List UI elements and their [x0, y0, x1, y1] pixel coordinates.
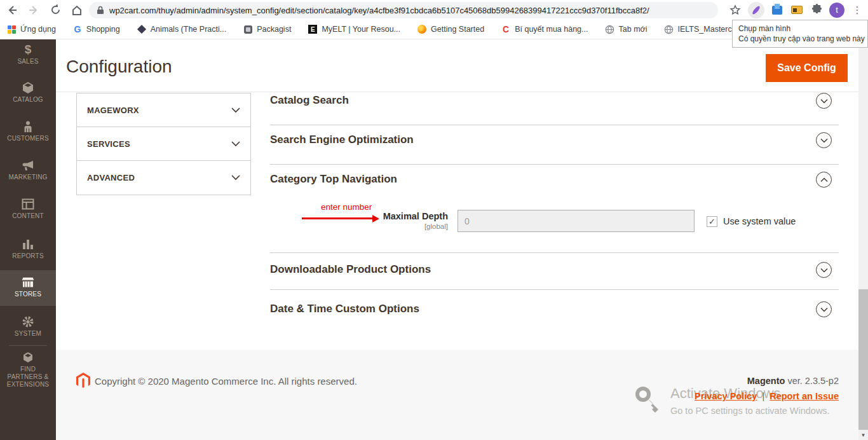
bookmark-animals[interactable]: Animals (The Practi... — [137, 24, 226, 34]
section-divider — [270, 164, 839, 165]
sidebar-item-stores[interactable]: STORES — [0, 270, 56, 306]
marketing-icon — [22, 159, 35, 172]
sidebar-item-customers[interactable]: CUSTOMERS — [0, 120, 56, 142]
diamond-icon — [137, 24, 147, 34]
bookmark-myelt[interactable]: E MyELT | Your Resou... — [308, 24, 400, 34]
section-catalog-search[interactable]: Catalog Search — [270, 94, 349, 107]
section-divider — [270, 125, 839, 125]
firefox-icon — [417, 24, 427, 34]
sidebar-item-system[interactable]: SYSTEM — [0, 315, 56, 338]
extensions-icon — [22, 351, 34, 364]
reload-icon[interactable] — [46, 2, 65, 18]
bookmark-biquyet[interactable]: C Bí quyết mua hàng... — [501, 24, 588, 34]
footer-links: Privacy Policy | Report an Issue — [695, 391, 839, 401]
catalog-icon — [22, 81, 34, 94]
chevron-down-icon[interactable] — [816, 262, 832, 278]
avatar[interactable]: t — [829, 3, 844, 18]
url-text[interactable]: wp2cart.com/thuy/admin/admin/system_conf… — [109, 6, 649, 15]
kebab-menu-icon[interactable]: ⋮ — [850, 3, 864, 17]
config-sections: Catalog Search Search Engine Optimizatio… — [270, 93, 839, 350]
tooltip-line1: Chụp màn hình — [738, 24, 862, 34]
save-config-button[interactable]: Save Config — [766, 54, 848, 82]
bookmark-new-tab[interactable]: Tab mới — [605, 24, 648, 34]
sidebar-item-content[interactable]: CONTENT — [0, 198, 56, 220]
address-bar[interactable]: wp2cart.com/thuy/admin/admin/system_conf… — [89, 2, 718, 18]
section-category-top-navigation[interactable]: Category Top Navigation — [270, 173, 397, 186]
bookmark-shopping[interactable]: G Shopping — [72, 24, 120, 34]
apps-grid-icon — [6, 24, 17, 34]
chevron-down-icon[interactable] — [816, 301, 832, 317]
sidebar-divider — [9, 345, 47, 346]
version-text: ver. 2.3.5-p2 — [785, 376, 839, 386]
scrollbar-thumb[interactable] — [858, 289, 868, 430]
back-icon[interactable] — [3, 2, 22, 18]
section-downloadable[interactable]: Downloadable Product Options — [270, 263, 431, 276]
chevron-down-icon[interactable] — [816, 132, 832, 148]
sidebar-item-marketing[interactable]: MARKETING — [0, 159, 56, 181]
copyright-text: Copyright © 2020 Magento Commerce Inc. A… — [95, 376, 357, 387]
sidebar-item-reports[interactable]: REPORTS — [0, 238, 56, 260]
c-icon: C — [501, 24, 511, 34]
admin-main: Configuration Save Config MAGEWORX SERVI… — [56, 39, 858, 440]
annotation-text: enter number — [321, 202, 372, 212]
key-icon — [633, 385, 665, 416]
sidebar-item-find-partners[interactable]: FIND PARTNERS & EXTENSIONS — [0, 351, 56, 388]
lock-icon — [97, 6, 104, 15]
extension-tooltip: Chụp màn hình Có quyền truy cập vào tran… — [732, 20, 868, 48]
section-date-time[interactable]: Date & Time Custom Options — [270, 303, 419, 315]
privacy-policy-link[interactable]: Privacy Policy — [695, 391, 757, 401]
content-icon — [22, 198, 34, 210]
magento-brand: Magento — [747, 376, 785, 386]
section-seo[interactable]: Search Engine Optimization — [270, 134, 414, 146]
report-issue-link[interactable]: Report an Issue — [770, 391, 839, 401]
myelt-icon: E — [308, 24, 318, 34]
box-extension-icon[interactable] — [790, 3, 804, 17]
dollar-icon: $ — [0, 43, 56, 56]
bookmark-packagist[interactable]: Packagist — [243, 24, 291, 34]
download-extension-icon[interactable] — [770, 3, 784, 17]
activate-windows-subtext: Go to PC settings to activate Windows. — [670, 406, 830, 416]
link-separator: | — [762, 391, 764, 401]
use-system-value-checkbox[interactable]: ✓ — [707, 216, 717, 227]
admin-sidebar: $ SALES CATALOG CUSTOMERS MARKETING CONT… — [0, 39, 56, 440]
packagist-icon — [243, 24, 253, 34]
field-label-block: Maximal Depth [global] — [334, 211, 448, 230]
pen-extension-icon[interactable] — [748, 2, 764, 18]
star-icon[interactable] — [728, 3, 742, 17]
globe-icon — [605, 24, 615, 34]
magento-logo — [76, 373, 90, 388]
chevron-down-icon[interactable] — [816, 93, 832, 109]
section-divider — [270, 289, 839, 290]
scope-label: [global] — [334, 223, 448, 230]
page-scrollbar[interactable]: ▲ ▼ — [858, 39, 868, 440]
page-title: Configuration — [66, 57, 172, 77]
bookmark-getting-started[interactable]: Getting Started — [417, 24, 484, 34]
home-icon[interactable] — [67, 2, 86, 18]
use-system-value-label: Use system value — [723, 216, 796, 226]
tooltip-line2: Có quyền truy cập vào trang web này — [738, 34, 862, 44]
browser-toolbar: wp2cart.com/thuy/admin/admin/system_conf… — [0, 0, 868, 20]
reports-icon — [22, 238, 34, 251]
chevron-down-icon — [231, 175, 240, 181]
globe-icon — [664, 24, 674, 34]
admin-footer: Copyright © 2020 Magento Commerce Inc. A… — [56, 350, 858, 440]
system-icon — [22, 315, 34, 328]
puzzle-extension-icon[interactable] — [810, 3, 824, 17]
config-nav-services[interactable]: SERVICES — [77, 127, 250, 161]
chevron-up-icon[interactable] — [816, 172, 832, 188]
chevron-down-icon — [231, 107, 240, 113]
sidebar-item-sales[interactable]: $ SALES — [0, 43, 56, 65]
version-line: Magento ver. 2.3.5-p2 — [747, 376, 839, 386]
config-nav-panel: MAGEWORX SERVICES ADVANCED — [76, 93, 251, 195]
stores-icon — [21, 276, 35, 289]
maximal-depth-label: Maximal Depth — [334, 211, 448, 221]
chevron-down-icon — [231, 141, 240, 147]
section-divider — [270, 252, 839, 253]
config-nav-advanced[interactable]: ADVANCED — [77, 161, 250, 195]
sidebar-item-catalog[interactable]: CATALOG — [0, 81, 56, 104]
maximal-depth-input[interactable] — [458, 210, 695, 232]
bookmark-apps[interactable]: Ứng dụng — [6, 24, 56, 34]
scroll-down-icon[interactable]: ▼ — [858, 430, 868, 440]
forward-icon[interactable] — [24, 2, 43, 18]
config-nav-mageworx[interactable]: MAGEWORX — [77, 93, 250, 127]
